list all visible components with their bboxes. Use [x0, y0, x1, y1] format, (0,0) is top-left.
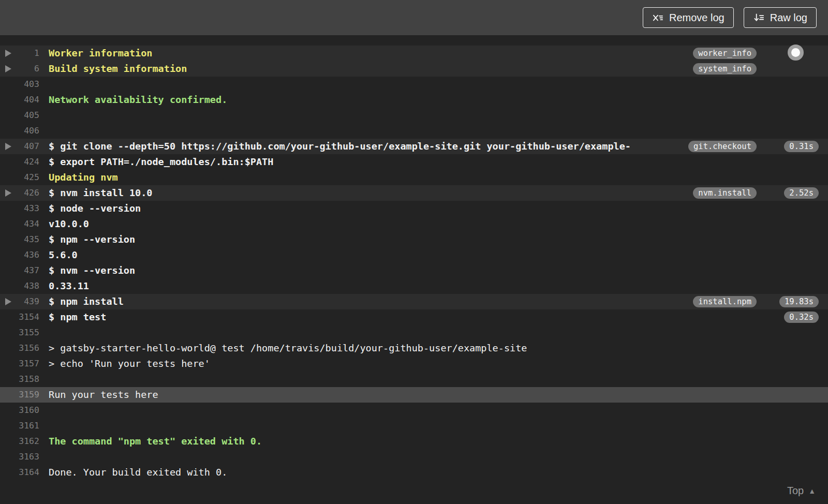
log-line: 407$ git clone --depth=50 https://github…	[0, 139, 828, 154]
log-line: 3158	[0, 372, 828, 387]
log-text: $ export PATH=./node_modules/.bin:$PATH	[49, 154, 750, 170]
duration-badge: 2.52s	[784, 187, 819, 199]
line-number[interactable]: 439	[0, 294, 39, 309]
log-line: 405	[0, 108, 828, 123]
log-line: 3157> echo 'Run your tests here'	[0, 356, 828, 372]
line-number[interactable]: 438	[0, 278, 39, 294]
log-text: > echo 'Run your tests here'	[49, 356, 750, 372]
log-text: $ npm --version	[49, 232, 750, 247]
log-text: The command "npm test" exited with 0.	[49, 434, 750, 449]
log-line: 404Network availability confirmed.	[0, 92, 828, 108]
log-line: 3161	[0, 418, 828, 434]
step-badge: nvm.install	[693, 187, 757, 199]
step-badge: git.checkout	[688, 141, 757, 152]
line-number[interactable]: 1	[0, 46, 39, 61]
scroll-indicator[interactable]	[788, 45, 804, 61]
log-text: Build system information	[49, 61, 750, 77]
raw-log-icon	[753, 12, 765, 24]
log-line: 424$ export PATH=./node_modules/.bin:$PA…	[0, 154, 828, 170]
line-number[interactable]: 425	[0, 170, 39, 185]
step-badge: system_info	[693, 63, 757, 75]
log-text: 5.6.0	[49, 247, 750, 263]
log-text: 0.33.11	[49, 278, 750, 294]
log-line: 3163	[0, 449, 828, 465]
log-line: 3159Run your tests here	[0, 387, 828, 403]
log-line: 434v10.0.0	[0, 216, 828, 232]
log-line: 3160	[0, 403, 828, 418]
line-number[interactable]: 3164	[0, 465, 39, 480]
line-number[interactable]: 3156	[0, 340, 39, 356]
line-number[interactable]: 424	[0, 154, 39, 170]
line-number[interactable]: 405	[0, 108, 39, 123]
line-number[interactable]: 406	[0, 123, 39, 139]
log-lines: 1Worker informationworker_info6Build sys…	[0, 46, 828, 480]
log-line: 3155	[0, 325, 828, 340]
log-line: 435$ npm --version	[0, 232, 828, 247]
log-line: 437$ nvm --version	[0, 263, 828, 278]
remove-log-button[interactable]: Remove log	[643, 7, 734, 28]
log-text: $ nvm --version	[49, 263, 750, 278]
line-number[interactable]: 404	[0, 92, 39, 108]
line-number[interactable]: 426	[0, 185, 39, 201]
log-line: 403	[0, 77, 828, 92]
log-line: 1Worker informationworker_info	[0, 46, 828, 61]
raw-log-button[interactable]: Raw log	[744, 7, 817, 28]
line-number[interactable]: 3161	[0, 418, 39, 434]
log-toolbar: Remove log Raw log	[0, 0, 828, 35]
line-number[interactable]: 6	[0, 61, 39, 77]
line-number[interactable]: 436	[0, 247, 39, 263]
duration-badge: 0.31s	[784, 141, 819, 152]
log-text: Run your tests here	[49, 387, 750, 403]
log-text: > gatsby-starter-hello-world@ test /home…	[49, 340, 750, 356]
remove-log-icon	[652, 12, 664, 24]
line-number[interactable]: 437	[0, 263, 39, 278]
scroll-indicator-dot	[791, 48, 800, 57]
step-badge: install.npm	[693, 296, 757, 307]
log-line: 3164Done. Your build exited with 0.	[0, 465, 828, 480]
line-number[interactable]: 3155	[0, 325, 39, 340]
log-text: $ nvm install 10.0	[49, 185, 750, 201]
remove-log-label: Remove log	[669, 12, 724, 24]
log-line: 4365.6.0	[0, 247, 828, 263]
caret-up-icon: ▲	[808, 487, 816, 495]
log-text: $ node --version	[49, 201, 750, 216]
log-line: 426$ nvm install 10.0nvm.install2.52s	[0, 185, 828, 201]
scroll-to-top-link[interactable]: Top ▲	[787, 485, 816, 497]
line-number[interactable]: 3163	[0, 449, 39, 465]
log-line: 439$ npm installinstall.npm19.83s	[0, 294, 828, 309]
log-text: $ npm test	[49, 309, 750, 325]
log-line: 3154$ npm test0.32s	[0, 309, 828, 325]
line-number[interactable]: 3158	[0, 372, 39, 387]
step-badge: worker_info	[693, 48, 757, 59]
log-line: 3162The command "npm test" exited with 0…	[0, 434, 828, 449]
log-text: Network availability confirmed.	[49, 92, 750, 108]
log-text: v10.0.0	[49, 216, 750, 232]
line-number[interactable]: 435	[0, 232, 39, 247]
log-text: $ git clone --depth=50 https://github.co…	[49, 139, 750, 154]
line-number[interactable]: 403	[0, 77, 39, 92]
log-text: Worker information	[49, 46, 750, 61]
duration-badge: 0.32s	[784, 312, 819, 323]
log-text: $ npm install	[49, 294, 750, 309]
log-line: 6Build system informationsystem_info	[0, 61, 828, 77]
line-number[interactable]: 433	[0, 201, 39, 216]
log-line: 406	[0, 123, 828, 139]
build-log: 1Worker informationworker_info6Build sys…	[0, 35, 828, 504]
log-line: 3156> gatsby-starter-hello-world@ test /…	[0, 340, 828, 356]
log-text: Done. Your build exited with 0.	[49, 465, 750, 480]
log-text: Updating nvm	[49, 170, 750, 185]
log-line: 4380.33.11	[0, 278, 828, 294]
line-number[interactable]: 3154	[0, 309, 39, 325]
line-number[interactable]: 3157	[0, 356, 39, 372]
log-line: 433$ node --version	[0, 201, 828, 216]
raw-log-label: Raw log	[770, 12, 807, 24]
line-number[interactable]: 3159	[0, 387, 39, 403]
line-number[interactable]: 407	[0, 139, 39, 154]
log-line: 425Updating nvm	[0, 170, 828, 185]
line-number[interactable]: 3162	[0, 434, 39, 449]
line-number[interactable]: 434	[0, 216, 39, 232]
top-link-label: Top	[787, 485, 804, 497]
line-number[interactable]: 3160	[0, 403, 39, 418]
duration-badge: 19.83s	[779, 296, 819, 307]
